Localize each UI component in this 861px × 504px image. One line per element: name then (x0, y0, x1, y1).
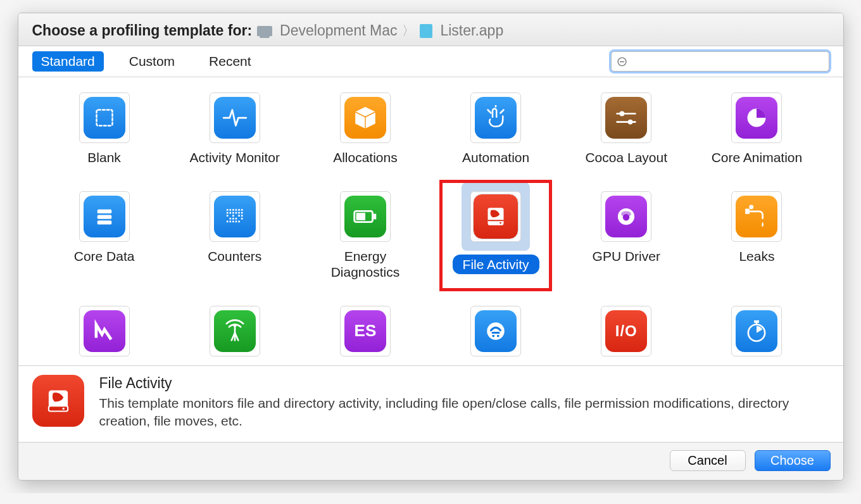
toolbar: Standard Custom Recent (18, 46, 843, 77)
template-label: Counters (208, 248, 261, 264)
svg-point-49 (233, 324, 236, 327)
description-text: File Activity This template monitors fil… (99, 375, 829, 431)
template-label: Automation (462, 149, 529, 165)
template-grid: BlankActivity MonitorAllocationsAutomati… (18, 77, 843, 365)
template-automation[interactable]: Automation (434, 92, 558, 168)
svg-rect-8 (97, 215, 111, 218)
app-icon (420, 24, 432, 38)
template-counters[interactable]: Counters (173, 191, 297, 283)
choose-button[interactable]: Choose (755, 450, 831, 471)
footer: Cancel Choose (18, 442, 843, 480)
template-metal[interactable] (42, 306, 167, 365)
template-label: Energy Diagnostics (308, 248, 422, 280)
chevron-right-icon: 〉 (402, 22, 415, 39)
svg-rect-20 (238, 211, 240, 213)
faucet-drip-icon (736, 196, 777, 237)
template-system-call[interactable] (434, 306, 558, 365)
svg-rect-22 (227, 215, 229, 217)
svg-rect-24 (238, 215, 240, 217)
title-prefix: Choose a profiling template for: (32, 22, 253, 39)
disk-icon (473, 194, 518, 239)
stack-icon (84, 196, 125, 237)
breadcrumb-device[interactable]: Development Mac (280, 22, 397, 39)
tab-standard[interactable]: Standard (32, 51, 104, 72)
svg-point-50 (487, 322, 505, 340)
template-gpu-driver[interactable]: GPU Driver (564, 191, 688, 283)
description-title: File Activity (99, 375, 829, 392)
svg-rect-25 (241, 215, 243, 217)
cancel-button[interactable]: Cancel (670, 450, 746, 471)
template-label: File Activity (453, 255, 539, 274)
svg-rect-34 (238, 220, 240, 222)
search-field[interactable] (611, 51, 829, 72)
description-body: This template monitors file and director… (99, 394, 829, 431)
orb-icon (605, 196, 647, 237)
svg-rect-31 (229, 220, 231, 222)
svg-rect-11 (229, 209, 231, 211)
svg-rect-32 (232, 220, 234, 222)
svg-point-47 (750, 205, 754, 209)
io-text-icon: I/O (605, 310, 647, 352)
svg-rect-21 (241, 211, 243, 213)
antenna-icon (214, 310, 256, 352)
template-time-profiler[interactable] (694, 306, 819, 365)
svg-rect-10 (227, 209, 229, 211)
template-system-trace[interactable]: I/O (564, 306, 688, 365)
tab-recent[interactable]: Recent (200, 51, 260, 72)
svg-rect-13 (235, 209, 237, 211)
breadcrumb-app[interactable]: Lister.app (440, 22, 503, 39)
description-icon (32, 375, 84, 427)
svg-rect-23 (232, 215, 234, 217)
template-activity[interactable]: Activity Monitor (173, 92, 297, 168)
svg-rect-19 (235, 211, 237, 213)
template-cocoa-layout[interactable]: Cocoa Layout (564, 92, 688, 168)
cube-icon (344, 97, 386, 139)
dashed-square-icon (84, 97, 125, 139)
svg-rect-18 (232, 211, 234, 213)
svg-rect-58 (48, 406, 67, 411)
template-label: Cocoa Layout (585, 149, 667, 165)
svg-rect-30 (227, 220, 229, 222)
svg-point-53 (497, 334, 500, 337)
breadcrumb: Development Mac 〉 Lister.app (257, 22, 503, 39)
filter-icon (617, 56, 627, 67)
svg-rect-26 (229, 218, 231, 220)
svg-rect-7 (97, 209, 111, 213)
template-allocations[interactable]: Allocations (303, 92, 427, 168)
svg-point-5 (628, 120, 633, 125)
battery-icon (344, 196, 386, 237)
svg-point-60 (62, 408, 64, 410)
svg-rect-1 (96, 110, 112, 126)
template-label: Blank (87, 149, 121, 165)
template-label: Core Animation (712, 149, 803, 165)
stopwatch-icon (736, 310, 777, 352)
svg-rect-33 (235, 220, 237, 222)
svg-rect-9 (97, 220, 111, 224)
template-leaks[interactable]: Leaks (694, 191, 819, 283)
template-file-activity[interactable]: File Activity (434, 191, 558, 283)
svg-rect-46 (746, 208, 750, 213)
hand-tap-icon (475, 97, 517, 139)
description-panel: File Activity This template monitors fil… (18, 365, 843, 442)
category-segmented: Standard Custom Recent (32, 51, 260, 72)
template-blank[interactable]: Blank (42, 92, 167, 168)
svg-rect-37 (356, 213, 365, 220)
m-bolt-icon (84, 310, 125, 352)
svg-point-45 (623, 214, 630, 221)
svg-rect-29 (241, 218, 243, 220)
tab-custom[interactable]: Custom (120, 51, 184, 72)
svg-rect-16 (227, 211, 229, 213)
template-core-data[interactable]: Core Data (42, 191, 167, 283)
svg-point-3 (620, 111, 625, 117)
template-label: GPU Driver (593, 248, 660, 264)
template-network[interactable] (173, 306, 297, 365)
template-energy[interactable]: Energy Diagnostics (303, 191, 427, 283)
template-event-sampler[interactable]: ES (303, 306, 427, 365)
template-core-animation[interactable]: Core Animation (694, 92, 819, 168)
search-input[interactable] (631, 56, 824, 67)
svg-rect-17 (229, 211, 231, 213)
phone-icon (475, 310, 517, 352)
template-label: Activity Monitor (190, 149, 280, 165)
svg-rect-14 (238, 209, 240, 211)
svg-rect-36 (374, 213, 376, 219)
